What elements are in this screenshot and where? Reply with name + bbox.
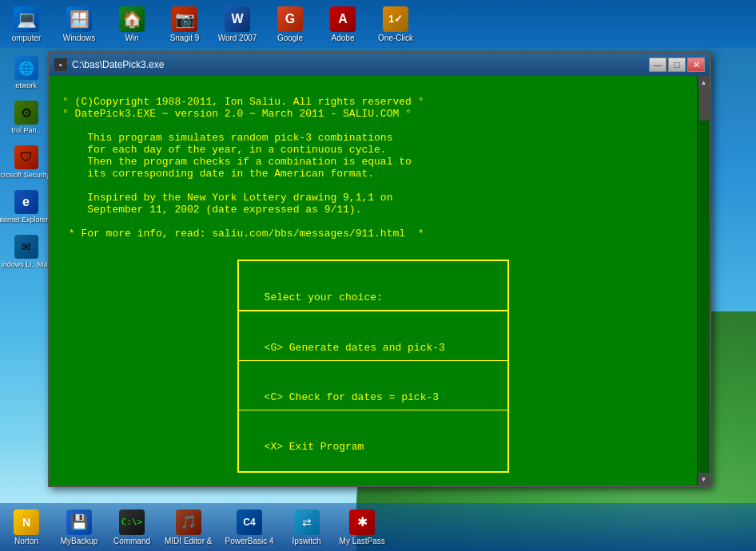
midi-icon: 🎵 bbox=[176, 509, 201, 535]
taskbar-bottom: N Norton 💾 MyBackup C:\> Command 🎵 MIDI … bbox=[0, 503, 756, 551]
lastpass-icon: ✱ bbox=[349, 509, 375, 535]
lastpass-label: My LastPass bbox=[340, 537, 385, 545]
taskbar-icon-norton[interactable]: N Norton bbox=[6, 509, 46, 545]
scroll-up-arrow[interactable]: ▲ bbox=[698, 76, 710, 89]
google-label: Google bbox=[277, 34, 303, 42]
wlm-label: indows Li.. Mail bbox=[2, 260, 51, 268]
copyright-line1: ° (C)Copyright 1988-2011, Ion Saliu. All… bbox=[62, 96, 424, 108]
taskbar-icon-windows[interactable]: 🪟 Windows bbox=[59, 6, 99, 42]
powerbasic-label: PowerBasic 4 bbox=[225, 537, 273, 545]
sidebar-controlpanel[interactable]: ⚙ trol Pan.. bbox=[11, 101, 40, 134]
network-label: etwork bbox=[15, 81, 37, 89]
windows-icon: 🪟 bbox=[66, 6, 92, 32]
taskbar-icon-snagit[interactable]: 📷 Snagit 9 bbox=[165, 6, 205, 42]
copyright-line2: ° DatePick3.EXE ~ version 2.0 ~ March 20… bbox=[62, 108, 412, 120]
cmd-controls: — □ ✕ bbox=[649, 57, 705, 72]
cmd-window: ▪ C:\bas\DatePick3.exe — □ ✕ ° (C)Copyri… bbox=[48, 52, 711, 487]
microsoft-security-icon: 🛡 bbox=[14, 145, 38, 169]
wlm-icon: ✉ bbox=[14, 235, 38, 259]
menu-item-generate[interactable]: <G> Generate dates and pick-3 bbox=[239, 335, 507, 361]
menu-header: Select your choice: bbox=[239, 285, 507, 311]
command-icon: C:\> bbox=[119, 509, 145, 535]
controlpanel-label: trol Pan.. bbox=[11, 126, 40, 134]
taskbar-icon-adobe[interactable]: A Adobe bbox=[323, 6, 363, 42]
taskbar-icon-mybackup[interactable]: 💾 MyBackup bbox=[59, 509, 99, 545]
taskbar-icon-win[interactable]: 🏠 Win bbox=[112, 6, 152, 42]
desc-line3: Then the program checks if a combination… bbox=[62, 156, 412, 168]
oneclick-icon: 1✓ bbox=[383, 6, 408, 32]
adobe-label: Adobe bbox=[332, 34, 355, 42]
sidebar-network[interactable]: 🌐 etwork bbox=[14, 56, 38, 89]
scrollbar-track[interactable] bbox=[698, 89, 710, 473]
menu-item-check[interactable]: <C> Check for dates = pick-3 bbox=[239, 385, 507, 410]
oneclick-label: One-Click bbox=[378, 34, 413, 42]
cmd-title-icon: ▪ bbox=[54, 58, 67, 71]
mybackup-icon: 💾 bbox=[66, 509, 92, 535]
menu-item-exit[interactable]: <X> Exit Program bbox=[239, 434, 507, 459]
microsoft-security-label: icrosoft Security.. bbox=[0, 171, 54, 179]
ipswitch-label: Ipswitch bbox=[292, 537, 321, 545]
inspired-line1: Inspired by the New York Lottery drawing… bbox=[62, 192, 392, 204]
powerbasic-icon: C4 bbox=[237, 509, 262, 535]
taskbar-icon-ipswitch[interactable]: ⇄ Ipswitch bbox=[287, 509, 327, 545]
taskbar-icon-midi[interactable]: 🎵 MIDI Editor & bbox=[165, 509, 212, 545]
cmd-title-text: C:\bas\DatePick3.exe bbox=[72, 59, 649, 70]
menu-box: Select your choice: <G> Generate dates a… bbox=[237, 260, 509, 473]
taskbar-icon-oneclick[interactable]: 1✓ One-Click bbox=[376, 6, 416, 42]
norton-icon: N bbox=[14, 509, 39, 535]
snagit-icon: 📷 bbox=[172, 6, 197, 32]
taskbar-icon-google[interactable]: G Google bbox=[270, 6, 310, 42]
cmd-titlebar[interactable]: ▪ C:\bas\DatePick3.exe — □ ✕ bbox=[50, 54, 710, 76]
sidebar-microsoft-security[interactable]: 🛡 icrosoft Security.. bbox=[0, 145, 54, 179]
taskbar-top: 💻 omputer 🪟 Windows 🏠 Win 📷 Snagit 9 W W… bbox=[0, 0, 756, 48]
cmd-scrollbar[interactable]: ▲ ▼ bbox=[697, 76, 710, 486]
desktop: 💻 omputer 🪟 Windows 🏠 Win 📷 Snagit 9 W W… bbox=[0, 0, 756, 551]
taskbar-icon-lastpass[interactable]: ✱ My LastPass bbox=[340, 509, 385, 545]
desc-line4: its corresponding date in the American f… bbox=[62, 168, 374, 180]
ie-icon: e bbox=[14, 190, 38, 214]
scroll-down-arrow[interactable]: ▼ bbox=[698, 473, 710, 486]
cmd-content: ° (C)Copyright 1988-2011, Ion Saliu. All… bbox=[50, 76, 697, 486]
win-icon: 🏠 bbox=[119, 6, 145, 32]
more-info-line: * For more info, read: saliu.com/bbs/mes… bbox=[62, 228, 424, 240]
minimize-button[interactable]: — bbox=[649, 57, 666, 72]
norton-label: Norton bbox=[14, 537, 38, 545]
midi-label: MIDI Editor & bbox=[165, 537, 212, 545]
close-button[interactable]: ✕ bbox=[687, 57, 705, 72]
controlpanel-icon: ⚙ bbox=[14, 101, 38, 125]
windows-label: Windows bbox=[63, 34, 96, 42]
taskbar-icon-command[interactable]: C:\> Command bbox=[112, 509, 152, 545]
cmd-body: ° (C)Copyright 1988-2011, Ion Saliu. All… bbox=[50, 76, 710, 486]
network-icon: 🌐 bbox=[14, 56, 38, 80]
snagit-label: Snagit 9 bbox=[170, 34, 200, 42]
taskbar-icon-computer[interactable]: 💻 omputer bbox=[6, 6, 46, 42]
computer-label: omputer bbox=[12, 34, 42, 42]
desc-line1: This program simulates random pick-3 com… bbox=[62, 132, 392, 144]
word-icon: W bbox=[225, 6, 250, 32]
mybackup-label: MyBackup bbox=[61, 537, 98, 545]
word-label: Word 2007 bbox=[218, 34, 257, 42]
ie-label: nternet Explorer-3 bbox=[0, 216, 55, 224]
desc-line2: for each day of the year, in a continuou… bbox=[62, 144, 387, 156]
computer-icon: 💻 bbox=[14, 6, 39, 32]
google-icon: G bbox=[277, 6, 303, 32]
taskbar-icon-powerbasic[interactable]: C4 PowerBasic 4 bbox=[225, 509, 273, 545]
sidebar-left: 🌐 etwork ⚙ trol Pan.. 🛡 icrosoft Securit… bbox=[0, 48, 52, 503]
taskbar-icon-word[interactable]: W Word 2007 bbox=[217, 6, 257, 42]
sidebar-wlm[interactable]: ✉ indows Li.. Mail bbox=[2, 235, 51, 268]
maximize-button[interactable]: □ bbox=[668, 57, 686, 72]
sidebar-ie[interactable]: e nternet Explorer-3 bbox=[0, 190, 55, 224]
ipswitch-icon: ⇄ bbox=[294, 509, 320, 535]
win-label: Win bbox=[125, 34, 138, 42]
scrollbar-thumb[interactable] bbox=[699, 89, 709, 121]
command-label: Command bbox=[113, 537, 150, 545]
adobe-icon: A bbox=[330, 6, 356, 32]
inspired-line2: September 11, 2002 (date expressed as 9/… bbox=[62, 204, 361, 216]
